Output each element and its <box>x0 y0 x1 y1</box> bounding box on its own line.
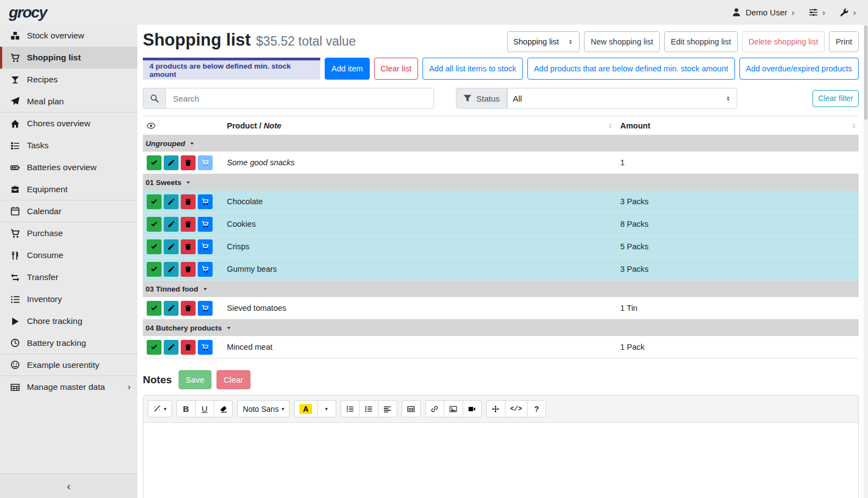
new-shopping-list-button[interactable]: New shopping list <box>584 31 660 52</box>
eye-icon[interactable] <box>147 121 155 130</box>
insert-video-button[interactable] <box>463 400 482 417</box>
underline-button[interactable]: U <box>195 400 214 417</box>
scrollbar[interactable] <box>864 25 868 498</box>
group-header-ungrouped[interactable]: Ungrouped <box>143 135 859 152</box>
page-header-actions: Shopping list New shopping list Edit sho… <box>507 31 859 52</box>
delete-item-button[interactable] <box>181 155 196 170</box>
save-notes-button[interactable]: Save <box>179 370 212 389</box>
purchase-item-button[interactable] <box>198 340 213 355</box>
mark-done-button[interactable] <box>147 155 162 170</box>
delete-shopping-list-button[interactable]: Delete shopping list <box>742 31 825 52</box>
fullscreen-button[interactable] <box>486 400 505 417</box>
sidebar-item-stock-overview[interactable]: Stock overview <box>0 25 137 47</box>
scrollbar-thumb[interactable] <box>864 25 867 120</box>
purchase-item-button[interactable] <box>198 217 213 232</box>
sidebar-item-purchase[interactable]: Purchase <box>0 222 137 244</box>
add-overdue-button[interactable]: Add overdue/expired products <box>739 58 859 80</box>
clear-format-button[interactable] <box>214 400 233 417</box>
codeview-button[interactable]: </> <box>505 400 528 417</box>
search-input[interactable] <box>166 88 434 109</box>
notes-editor-content[interactable] <box>143 423 858 498</box>
text-color-button[interactable]: A <box>294 400 317 417</box>
help-button[interactable]: ? <box>527 400 546 417</box>
clear-notes-button[interactable]: Clear <box>216 370 251 389</box>
style-button[interactable]: ▾ <box>148 400 172 417</box>
delete-item-button[interactable] <box>181 301 196 316</box>
product-column-header: Product / Note <box>227 121 281 130</box>
group-header-03-tinned-food[interactable]: 03 Tinned food <box>143 281 859 297</box>
add-item-button[interactable]: Add item <box>325 58 369 80</box>
sidebar-item-manage-master-data[interactable]: Manage master data› <box>0 376 137 398</box>
mark-done-button[interactable] <box>147 340 162 355</box>
sidebar-collapse-button[interactable]: ‹ <box>0 473 137 498</box>
sidebar-item-equipment[interactable]: Equipment <box>0 178 137 200</box>
sort-icon[interactable] <box>851 122 858 129</box>
insert-table-button[interactable] <box>402 400 421 417</box>
edit-item-button[interactable] <box>164 301 179 316</box>
mark-done-button[interactable] <box>147 301 162 316</box>
clear-filter-button[interactable]: Clear filter <box>813 90 859 107</box>
sidebar-item-meal-plan[interactable]: Meal plan <box>0 91 137 113</box>
ordered-list-button[interactable] <box>359 400 379 417</box>
delete-item-button[interactable] <box>181 194 196 209</box>
admin-menu[interactable]: › <box>839 8 856 17</box>
purchase-item-button[interactable] <box>198 262 213 277</box>
purchase-item-button[interactable] <box>198 239 213 254</box>
clear-list-button[interactable]: Clear list <box>374 58 418 80</box>
delete-item-button[interactable] <box>181 217 196 232</box>
sidebar: Stock overviewShopping listRecipesMeal p… <box>0 25 137 498</box>
group-header-04-butchery-products[interactable]: 04 Butchery products <box>143 320 859 336</box>
group-header-01-sweets[interactable]: 01 Sweets <box>143 174 859 191</box>
mark-done-button[interactable] <box>147 262 162 277</box>
sidebar-item-recipes[interactable]: Recipes <box>0 69 137 91</box>
settings-menu[interactable]: › <box>809 8 825 17</box>
sidebar-item-calendar[interactable]: Calendar <box>0 200 137 222</box>
paragraph-button[interactable] <box>378 400 397 417</box>
sidebar-item-tasks[interactable]: Tasks <box>0 135 137 156</box>
purchase-item-button[interactable] <box>198 194 213 209</box>
mark-done-button[interactable] <box>147 217 162 232</box>
amount-cell: 8 Packs <box>620 220 859 228</box>
sidebar-item-example-userentity[interactable]: Example userentity <box>0 354 137 376</box>
sort-icon[interactable] <box>607 122 614 129</box>
edit-item-button[interactable] <box>164 217 179 232</box>
print-button[interactable]: Print <box>829 31 859 52</box>
edit-item-button[interactable] <box>164 239 179 254</box>
edit-shopping-list-button[interactable]: Edit shopping list <box>664 31 738 52</box>
sidebar-item-chores-overview[interactable]: Chores overview <box>0 113 137 135</box>
sidebar-item-shopping-list[interactable]: Shopping list <box>0 47 137 69</box>
sidebar-item-consume[interactable]: Consume <box>0 244 137 266</box>
delete-item-button[interactable] <box>181 239 196 254</box>
mark-done-button[interactable] <box>147 194 162 209</box>
shopping-list-selector[interactable]: Shopping list <box>507 31 580 52</box>
add-below-min-stock-button[interactable]: Add products that are below defined min.… <box>527 58 735 80</box>
text-color-caret-button[interactable]: ▾ <box>317 400 336 417</box>
edit-item-button[interactable] <box>164 194 179 209</box>
font-family-button[interactable]: Noto Sans▾ <box>237 400 290 417</box>
bold-button[interactable]: B <box>176 400 196 417</box>
sidebar-item-transfer[interactable]: Transfer <box>0 266 137 288</box>
mark-done-button[interactable] <box>147 239 162 254</box>
insert-picture-button[interactable] <box>444 400 463 417</box>
sidebar-item-battery-tracking[interactable]: Battery tracking <box>0 332 137 354</box>
sidebar-item-inventory[interactable]: Inventory <box>0 288 137 310</box>
purchase-item-button[interactable] <box>198 155 213 170</box>
sidebar-item-label: Meal plan <box>27 97 64 107</box>
toolbox-icon <box>9 184 20 194</box>
add-all-to-stock-button[interactable]: Add all list items to stock <box>422 58 523 80</box>
edit-item-button[interactable] <box>164 340 179 355</box>
delete-item-button[interactable] <box>181 262 196 277</box>
status-filter-select[interactable]: All <box>507 88 737 109</box>
user-name: Demo User <box>745 8 787 17</box>
sidebar-item-batteries-overview[interactable]: Batteries overview <box>0 156 137 178</box>
edit-item-button[interactable] <box>164 155 179 170</box>
sidebar-item-chore-tracking[interactable]: Chore tracking <box>0 310 137 332</box>
edit-item-button[interactable] <box>164 262 179 277</box>
delete-item-button[interactable] <box>181 340 196 355</box>
unordered-list-button[interactable] <box>341 400 360 417</box>
shopping-list-selector-value: Shopping list <box>513 37 559 46</box>
app-logo[interactable]: grocy <box>9 4 47 21</box>
user-menu[interactable]: Demo User › <box>732 8 794 17</box>
purchase-item-button[interactable] <box>198 301 213 316</box>
insert-link-button[interactable] <box>425 400 444 417</box>
